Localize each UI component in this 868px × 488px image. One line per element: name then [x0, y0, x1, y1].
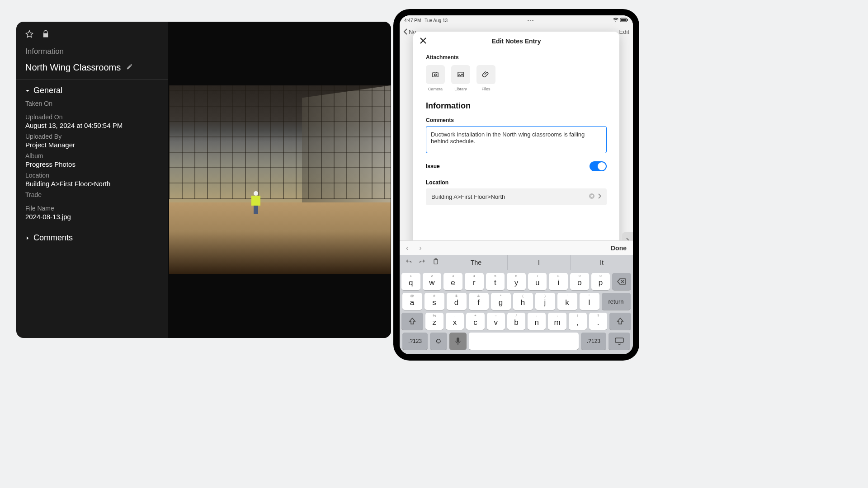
mode-key-right[interactable]: .?123 [581, 333, 606, 350]
comments-section-toggle[interactable]: Comments [25, 233, 159, 243]
done-button[interactable]: Done [611, 244, 627, 252]
suggestion-2[interactable]: It [570, 255, 633, 270]
wifi-icon [613, 18, 618, 23]
key-e[interactable]: 3e [443, 273, 462, 290]
status-date: Tue Aug 13 [425, 18, 448, 23]
shift-key-left[interactable] [401, 313, 423, 330]
key-j[interactable]: )j [535, 293, 555, 310]
desktop-photo-panel: Information North Wing Classrooms Genera… [16, 22, 391, 338]
suggestion-0[interactable]: The [445, 255, 507, 270]
key-l[interactable]: "l [580, 293, 599, 310]
mic-icon [455, 337, 461, 345]
uploaded-on-value: August 13, 2024 at 04:50:54 PM [25, 122, 159, 129]
modal-info-heading: Information [426, 101, 607, 111]
nav-edit-button[interactable]: Edit [619, 28, 629, 35]
prev-field-button[interactable]: ‹ [406, 244, 408, 252]
mode-key[interactable]: .?123 [402, 333, 428, 350]
photo-viewer[interactable] [168, 22, 391, 338]
delete-icon [617, 278, 626, 285]
modal-comments-label: Comments [426, 117, 607, 123]
key-i[interactable]: 8i [549, 273, 568, 290]
camera-button[interactable]: Camera [426, 65, 445, 91]
construction-photo [169, 85, 391, 274]
return-key[interactable]: return [602, 293, 631, 310]
key-,[interactable]: !, [569, 313, 587, 330]
keyboard-suggestion-bar: The I It [400, 255, 633, 270]
modal-location-label: Location [426, 179, 607, 186]
key-w[interactable]: 2w [423, 273, 442, 290]
key-g[interactable]: *g [491, 293, 511, 310]
onscreen-keyboard: 1q2w3e4r5t6y7u8i9o0p @a#s$d&f*g(h)j'k"lr… [400, 270, 633, 354]
paperclip-icon [482, 70, 490, 79]
files-button[interactable]: Files [476, 65, 495, 91]
key-s[interactable]: #s [425, 293, 444, 310]
battery-icon [620, 18, 628, 23]
space-key[interactable] [469, 333, 579, 350]
key-a[interactable]: @a [402, 293, 422, 310]
suggestion-1[interactable]: I [507, 255, 570, 270]
key-c[interactable]: +c [466, 313, 484, 330]
uploaded-on-label: Uploaded On [25, 113, 159, 121]
modal-title: Edit Notes Entry [492, 38, 541, 45]
issue-toggle[interactable] [590, 161, 607, 171]
key-.[interactable]: ?. [589, 313, 607, 330]
comments-textarea[interactable]: Ductwork installation in the North wing … [426, 126, 607, 153]
dictation-key[interactable] [449, 333, 467, 350]
key-o[interactable]: 9o [570, 273, 589, 290]
emoji-key[interactable]: ☺ [430, 333, 447, 350]
information-heading: Information [25, 47, 159, 56]
camera-icon [431, 70, 439, 79]
redo-icon[interactable] [419, 258, 426, 267]
svg-rect-1 [621, 19, 627, 21]
key-p[interactable]: 0p [591, 273, 610, 290]
clear-icon[interactable] [589, 193, 595, 201]
key-t[interactable]: 5t [486, 273, 505, 290]
key-k[interactable]: 'k [557, 293, 577, 310]
general-section-toggle[interactable]: General [25, 86, 159, 95]
keyboard-accessory-bar: ‹ › Done [400, 240, 633, 255]
trade-label: Trade [25, 191, 159, 198]
comments-label: Comments [33, 233, 73, 243]
shift-key-right[interactable] [609, 313, 631, 330]
svg-point-3 [434, 74, 437, 76]
hide-keyboard-key[interactable] [609, 333, 630, 350]
pencil-icon[interactable] [126, 63, 133, 72]
key-d[interactable]: $d [447, 293, 467, 310]
edit-notes-modal: Edit Notes Entry Attachments Camera Libr… [413, 32, 619, 250]
page-title: North Wing Classrooms [25, 62, 121, 73]
camera-label: Camera [428, 87, 443, 91]
status-bar: 4:47 PM Tue Aug 13 [400, 15, 633, 24]
library-button[interactable]: Library [451, 65, 470, 91]
attachments-label: Attachments [426, 54, 607, 61]
lock-icon[interactable] [42, 30, 50, 40]
shift-icon [409, 318, 416, 325]
key-y[interactable]: 6y [507, 273, 526, 290]
key-z[interactable]: %z [425, 313, 443, 330]
keyboard-icon [615, 338, 624, 345]
chevron-down-icon [25, 89, 30, 93]
file-name-value: 2024-08-13.jpg [25, 213, 159, 221]
key-x[interactable]: -x [446, 313, 464, 330]
library-label: Library [454, 87, 467, 91]
key-n[interactable]: ;n [528, 313, 546, 330]
undo-icon[interactable] [405, 258, 412, 267]
key-b[interactable]: /b [507, 313, 525, 330]
svg-rect-8 [457, 338, 459, 342]
close-icon[interactable] [420, 37, 427, 46]
album-value: Progress Photos [25, 160, 159, 168]
shift-icon [617, 318, 624, 325]
delete-key[interactable] [612, 273, 631, 290]
key-v[interactable]: =v [487, 313, 505, 330]
clipboard-icon[interactable] [432, 258, 439, 267]
key-r[interactable]: 4r [465, 273, 484, 290]
next-field-button[interactable]: › [419, 244, 421, 252]
star-icon[interactable] [25, 30, 33, 40]
key-f[interactable]: &f [469, 293, 489, 310]
info-sidebar: Information North Wing Classrooms Genera… [16, 22, 168, 338]
key-q[interactable]: 1q [401, 273, 420, 290]
key-h[interactable]: (h [513, 293, 533, 310]
location-label: Location [25, 172, 159, 179]
key-u[interactable]: 7u [528, 273, 547, 290]
location-field[interactable]: Building A>First Floor>North [426, 188, 607, 205]
key-m[interactable]: :m [548, 313, 566, 330]
